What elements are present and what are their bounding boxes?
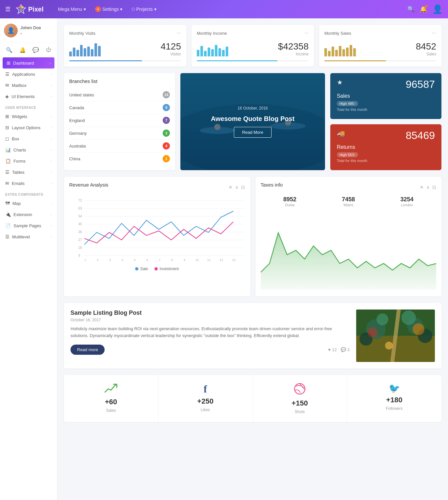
branch-item-germany: Germany 3 — [69, 127, 170, 140]
branch-badge: 14 — [163, 91, 170, 98]
sidebar-item-multilevel[interactable]: ☰ Multilevel › — [0, 231, 57, 242]
chart-expand-btn[interactable]: ⊡ — [241, 185, 245, 190]
chevron-icon: › — [51, 126, 52, 130]
social-value-followers: +180 — [386, 396, 402, 404]
social-stat-sales: +60 Sales — [64, 375, 158, 422]
metric-badge-sales: High 485↑ — [337, 101, 358, 106]
sidebar-item-tables[interactable]: ☰ Tables › — [0, 167, 57, 178]
revenue-chart-card: Revenue Analysis ✕ ∧ ⊡ 72 63 54 45 36 27… — [64, 177, 250, 296]
stat-label-income: Income — [278, 52, 309, 56]
bar — [80, 45, 83, 56]
city-name-london: London — [400, 203, 414, 207]
sidebar-item-mailbox[interactable]: ✉ Mailbox › — [0, 80, 57, 91]
sidebar-item-dashboard[interactable]: ⊞ Dashboard › — [3, 57, 54, 69]
trending-up-icon — [104, 383, 117, 396]
sidebar-item-ui-elements[interactable]: ◈ UI Elements › — [0, 91, 57, 102]
svg-point-49 — [413, 323, 424, 335]
stat-dots-sales[interactable]: ··· — [432, 30, 436, 36]
star-icon: ★ — [337, 78, 343, 86]
bar — [222, 50, 225, 56]
read-more-button[interactable]: Read more — [71, 345, 105, 355]
taxes-close-btn[interactable]: ✕ — [420, 185, 424, 190]
chart-collapse-btn[interactable]: ∧ — [235, 185, 238, 190]
main-content: Monthly Visits ··· — [57, 18, 448, 500]
sample-pages-icon: 📄 — [5, 223, 11, 228]
chart-close-btn[interactable]: ✕ — [229, 185, 233, 190]
branches-card: Branches list United states 14 Canada 9 … — [64, 73, 175, 170]
sidebar-bell-icon[interactable]: 🔔 — [19, 47, 26, 53]
stat-value-income: $42358 — [278, 41, 309, 52]
sidebar-item-applications[interactable]: ☰ Applications › — [0, 69, 57, 80]
svg-text:54: 54 — [78, 214, 82, 218]
box-icon: ◻ — [5, 136, 9, 141]
bell-icon[interactable]: 🔔 — [420, 6, 427, 13]
stat-dots-visits[interactable]: ··· — [177, 30, 181, 36]
bar — [226, 47, 228, 56]
sidebar-item-box[interactable]: ◻ Box › — [0, 133, 57, 144]
sidebar-item-widgets[interactable]: ⊞ Widgets › — [0, 111, 57, 122]
sidebar-item-charts[interactable]: 📊 Charts › — [0, 144, 57, 155]
read-more-button[interactable]: Read More — [234, 127, 271, 138]
branch-item-england: England 7 — [69, 114, 170, 127]
stat-cards: Monthly Visits ··· — [64, 25, 441, 67]
bar — [342, 49, 345, 57]
sidebar-item-map[interactable]: 🗺 Map › — [0, 198, 57, 209]
stat-progress-bar-visits — [69, 60, 142, 61]
blog-likes: ♥ 12 — [328, 347, 337, 352]
blog-post-date: October 16, 2017 — [71, 318, 350, 322]
hamburger-icon[interactable]: ☰ — [5, 6, 10, 13]
city-stats: 8952 Dubai 7458 Miami 3254 London — [261, 196, 437, 207]
legend-investment: Investment — [154, 267, 179, 271]
sidebar-item-extension[interactable]: 🔌 Extension › — [0, 209, 57, 220]
bar — [200, 46, 203, 57]
taxes-expand-btn[interactable]: ⊡ — [432, 185, 436, 190]
social-label-sales: Sales — [106, 408, 116, 413]
svg-text:9: 9 — [78, 254, 80, 257]
stat-progress-bar-sales — [324, 60, 386, 61]
stat-title-visits: Monthly Visits — [69, 31, 95, 36]
blog-meta: ♥ 12 💬 3 — [328, 347, 350, 352]
sidebar-item-layout[interactable]: ⊟ Layout Options › — [0, 122, 57, 133]
branch-badge: 4 — [163, 142, 170, 150]
svg-marker-39 — [261, 233, 436, 290]
bar — [332, 47, 334, 56]
branch-badge: 1 — [163, 155, 170, 162]
sidebar-power-icon[interactable]: ⏻ — [46, 47, 51, 53]
sidebar-actions: 🔍 🔔 💬 ⏻ — [0, 43, 57, 57]
branch-item-canada: Canada 9 — [69, 101, 170, 114]
sidebar-item-sample-pages[interactable]: 📄 Sample Pages › — [0, 220, 57, 231]
sidebar-item-forms[interactable]: 📋 Forms › — [0, 155, 57, 167]
blog-title: Awesome Quote Blog Post — [211, 114, 295, 123]
bar — [339, 46, 341, 57]
metric-subtitle-returns: Total for this month — [337, 159, 435, 163]
chevron-icon: › — [51, 224, 52, 228]
chart-controls: ✕ ∧ ⊡ — [229, 185, 245, 190]
blog-comments: 💬 3 — [341, 347, 350, 352]
bar — [208, 48, 210, 57]
branches-title: Branches list — [69, 78, 170, 84]
multilevel-icon: ☰ — [5, 234, 10, 239]
sidebar-chat-icon[interactable]: 💬 — [32, 47, 39, 53]
search-icon[interactable]: 🔍 — [407, 6, 415, 13]
stat-value-sales: 8452 — [416, 41, 436, 52]
nav-settings[interactable]: 4 Settings ▾ — [91, 4, 127, 14]
nav-menu: Mega Menu ▾ 4 Settings ▾ ⬡ Projects ▾ — [54, 4, 405, 14]
social-stat-shots: +150 Shots — [253, 375, 347, 422]
sidebar-item-emails[interactable]: ✉ Emails › — [0, 178, 57, 189]
blog-date: 16 October, 2016 — [237, 106, 268, 110]
blog-post-text: Holisticly maximize team building ROI vi… — [71, 326, 350, 339]
bar — [73, 48, 75, 57]
social-stat-followers: 🐦 +180 Followers — [347, 375, 441, 422]
sidebar: 👤 Johen Doe ▾ 🔍 🔔 💬 ⏻ ⊞ Dashboard › ☰ Ap… — [0, 18, 57, 500]
stat-dots-income[interactable]: ··· — [304, 30, 309, 36]
avatar-icon[interactable]: 👤 — [432, 4, 443, 14]
svg-text:18: 18 — [78, 246, 82, 250]
city-london: 3254 London — [400, 196, 414, 207]
sidebar-search-icon[interactable]: 🔍 — [6, 47, 12, 53]
stat-progress-bar-income — [197, 60, 277, 61]
taxes-collapse-btn[interactable]: ∧ — [426, 185, 430, 190]
section-label-ui: USER INTERFACE — [0, 102, 57, 111]
revenue-chart-title: Revenue Analysis — [69, 182, 108, 188]
nav-megamenu[interactable]: Mega Menu ▾ — [54, 5, 90, 14]
nav-projects[interactable]: ⬡ Projects ▾ — [128, 5, 160, 14]
